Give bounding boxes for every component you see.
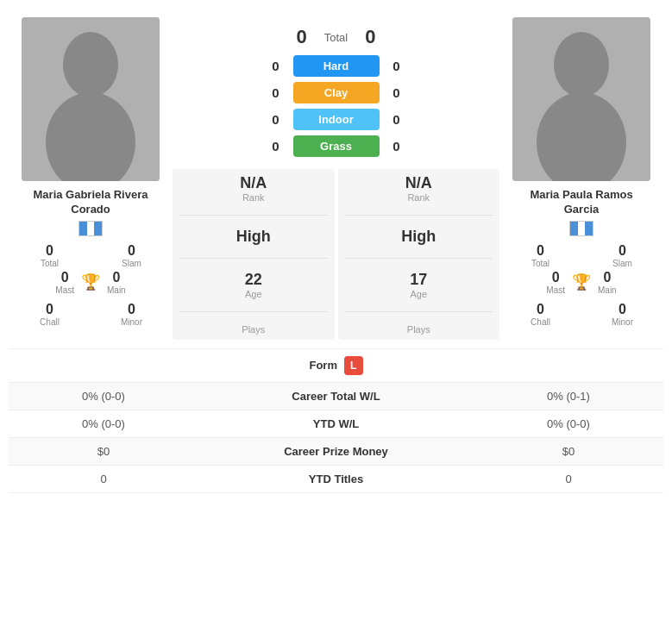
right-high-value: High	[401, 228, 436, 246]
left-total-value: 0	[46, 243, 53, 259]
right-bottom-stats-grid: 0 Chall 0 Minor	[504, 302, 659, 327]
indoor-right-score: 0	[388, 112, 405, 127]
right-age-value: 17	[410, 271, 427, 289]
right-slam-stat: 0 Slam	[586, 243, 659, 268]
surface-row-grass: 0 Grass 0	[173, 135, 499, 157]
ytd-titles-right: 0	[474, 473, 663, 485]
left-chall-stat: 0 Chall	[13, 302, 86, 327]
right-player-name: Maria Paula RamosGarcia	[530, 188, 632, 217]
middle-col: 0 Total 0 0 Hard 0 0 Clay 0 0 Indo	[173, 9, 499, 340]
right-total-score: 0	[365, 26, 375, 48]
left-flag-container	[79, 221, 103, 236]
right-chall-value: 0	[537, 302, 544, 317]
surface-row-indoor: 0 Indoor 0	[173, 109, 499, 130]
left-rank-value: N/A	[240, 174, 267, 192]
right-slam-value: 0	[619, 243, 626, 259]
right-total-stat: 0 Total	[504, 243, 577, 268]
form-header-center: Form L	[198, 356, 474, 375]
clay-right-score: 0	[388, 85, 405, 100]
left-total-label: Total	[41, 259, 59, 268]
left-mast-stat: 0 Mast	[55, 270, 74, 295]
prize-money-right: $0	[474, 445, 663, 458]
form-badge: L	[344, 356, 363, 375]
right-chall-label: Chall	[531, 317, 550, 327]
clay-btn: Clay	[293, 82, 380, 103]
left-player-avatar	[22, 17, 160, 181]
right-mast-label: Mast	[546, 285, 565, 295]
indoor-left-score: 0	[267, 112, 285, 127]
right-main-value: 0	[603, 270, 611, 285]
indoor-btn: Indoor	[293, 109, 380, 130]
hard-right-score: 0	[388, 59, 405, 73]
left-total-stat: 0 Total	[13, 243, 86, 268]
left-mast-label: Mast	[55, 285, 74, 295]
career-total-right: 0% (0-1)	[474, 390, 663, 403]
form-section: Form L 0% (0-0) Career Total W/L 0% (0-1…	[9, 348, 663, 493]
right-minor-stat: 0 Minor	[586, 302, 659, 327]
total-label: Total	[324, 31, 348, 44]
grass-left-score: 0	[267, 139, 285, 153]
right-mast-value: 0	[552, 270, 560, 285]
right-rank-value: N/A	[405, 174, 432, 192]
right-main-stat: 0 Main	[598, 270, 617, 295]
right-age-item: 17 Age	[345, 271, 493, 299]
right-divider-2	[345, 258, 493, 259]
right-age-label: Age	[410, 289, 427, 299]
right-slam-label: Slam	[612, 259, 632, 268]
form-row-ytd-wl: 0% (0-0) YTD W/L 0% (0-0)	[9, 410, 663, 438]
ytd-wl-label: YTD W/L	[198, 417, 474, 430]
left-age-value: 22	[245, 271, 262, 289]
right-mast-stat: 0 Mast	[546, 270, 565, 295]
right-trophy-row: 0 Mast 🏆 0 Main	[546, 270, 616, 295]
ytd-wl-left: 0% (0-0)	[9, 417, 198, 430]
left-bottom-stats-grid: 0 Chall 0 Minor	[13, 302, 168, 327]
stats-info-row: N/A Rank High 22 Age Plays	[173, 169, 499, 340]
right-flag	[569, 221, 593, 236]
main-container: Maria Gabriela RiveraCorado 0 Total 0 Sl…	[0, 0, 672, 493]
comparison-section: Maria Gabriela RiveraCorado 0 Total 0 Sl…	[0, 0, 672, 340]
left-main-value: 0	[112, 270, 120, 285]
left-age-label: Age	[245, 289, 262, 299]
left-minor-value: 0	[128, 302, 135, 317]
left-plays-item: Plays	[179, 324, 328, 335]
left-rank-label: Rank	[242, 192, 265, 203]
svg-point-1	[63, 32, 118, 97]
left-main-stat: 0 Main	[107, 270, 126, 295]
surface-row-hard: 0 Hard 0	[173, 55, 499, 77]
left-high-item: High	[179, 228, 328, 246]
total-row: 0 Total 0	[297, 9, 376, 48]
surface-row-clay: 0 Clay 0	[173, 82, 499, 103]
right-plays-item: Plays	[345, 324, 493, 335]
svg-point-4	[554, 32, 609, 97]
left-trophy-row: 0 Mast 🏆 0 Main	[55, 270, 125, 295]
ytd-wl-right: 0% (0-0)	[474, 417, 663, 430]
left-chall-value: 0	[46, 302, 53, 317]
right-minor-label: Minor	[612, 317, 633, 327]
grass-right-score: 0	[388, 139, 405, 153]
left-slam-label: Slam	[122, 259, 141, 268]
right-player-card: Maria Paula RamosGarcia 0 Total 0 Slam 0…	[499, 9, 663, 340]
left-mast-value: 0	[61, 270, 69, 285]
left-trophy-icon: 🏆	[81, 272, 100, 291]
right-rank-item: N/A Rank	[345, 174, 493, 203]
left-stats-panel: N/A Rank High 22 Age Plays	[173, 169, 335, 340]
form-section-label: Form	[309, 359, 337, 372]
right-stats-panel: N/A Rank High 17 Age Plays	[338, 169, 500, 340]
right-high-item: High	[345, 228, 493, 246]
right-trophy-icon: 🏆	[572, 272, 591, 291]
ytd-titles-left: 0	[9, 473, 198, 485]
left-main-label: Main	[107, 285, 126, 295]
career-total-label: Career Total W/L	[198, 390, 474, 403]
left-player-card: Maria Gabriela RiveraCorado 0 Total 0 Sl…	[9, 9, 173, 340]
right-divider-3	[345, 311, 493, 312]
ytd-titles-label: YTD Titles	[198, 473, 474, 485]
left-chall-label: Chall	[40, 317, 60, 327]
left-minor-stat: 0 Minor	[95, 302, 168, 327]
left-slam-stat: 0 Slam	[95, 243, 168, 268]
left-flag	[79, 221, 103, 236]
form-row-ytd-titles: 0 YTD Titles 0	[9, 466, 663, 493]
prize-money-label: Career Prize Money	[198, 445, 474, 458]
prize-money-left: $0	[9, 445, 198, 458]
form-row-prize-money: $0 Career Prize Money $0	[9, 438, 663, 466]
right-rank-label: Rank	[407, 192, 430, 203]
